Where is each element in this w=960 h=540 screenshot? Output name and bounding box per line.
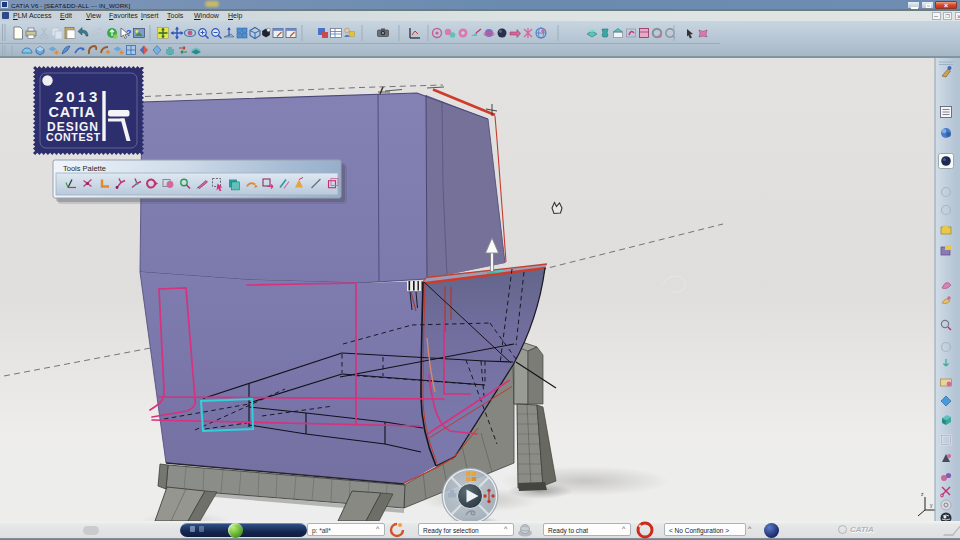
svg-text:CATIA: CATIA <box>49 104 96 120</box>
svg-text:CONTEST: CONTEST <box>46 131 101 143</box>
svg-text:?: ? <box>126 28 132 38</box>
svg-text:2013: 2013 <box>55 88 100 105</box>
svg-text:Tools Palette: Tools Palette <box>63 164 106 173</box>
